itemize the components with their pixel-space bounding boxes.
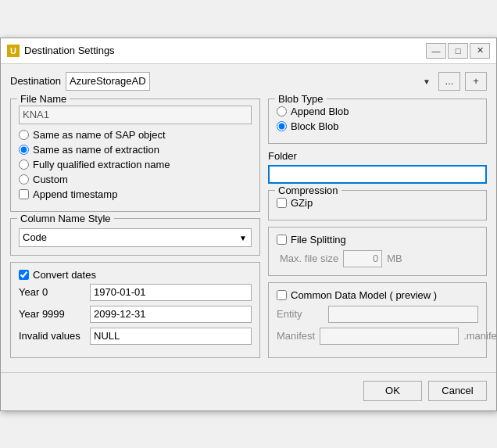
append-timestamp-row: Append timestamp <box>19 188 252 200</box>
manifest-suffix: .manifest.cdm.json <box>463 330 497 342</box>
destination-select-wrapper: AzureStorageAD ▼ <box>66 72 434 91</box>
destination-select[interactable]: AzureStorageAD <box>66 72 150 91</box>
convert-dates-group: Convert dates Year 0 Year 9999 Invalid v… <box>10 262 260 358</box>
window-controls: ― □ ✕ <box>426 43 490 59</box>
folder-input[interactable] <box>268 165 487 184</box>
mb-unit-label: MB <box>387 253 402 264</box>
year9999-input[interactable] <box>90 306 252 323</box>
left-column: File Name Same as name of SAP object Sam… <box>10 99 260 358</box>
close-button[interactable]: ✕ <box>470 43 490 59</box>
radio-custom-input[interactable] <box>19 174 29 185</box>
block-blob-label[interactable]: Block Blob <box>291 120 338 132</box>
cdm-inner: Entity Manifest .manifest.cdm.json <box>277 306 478 345</box>
column-name-style-group: Column Name Style Code Name Both ▼ <box>10 218 260 256</box>
convert-dates-check-row: Convert dates <box>19 269 252 281</box>
maximize-button[interactable]: □ <box>448 43 468 59</box>
cancel-button[interactable]: Cancel <box>428 381 487 401</box>
file-splitting-group: File Splitting Max. file size MB <box>268 227 487 276</box>
max-file-size-label: Max. file size <box>280 253 338 264</box>
compression-title: Compression <box>275 185 341 196</box>
year0-input[interactable] <box>90 284 252 301</box>
radio-extraction-label[interactable]: Same as name of extraction <box>33 144 159 156</box>
append-timestamp-label[interactable]: Append timestamp <box>33 188 117 200</box>
convert-dates-checkbox[interactable] <box>19 270 29 280</box>
two-columns: File Name Same as name of SAP object Sam… <box>10 99 487 358</box>
radio-qualified-input[interactable] <box>19 159 29 170</box>
convert-dates-label[interactable]: Convert dates <box>33 269 96 281</box>
radio-sap-object: Same as name of SAP object <box>19 129 252 141</box>
plus-button[interactable]: + <box>465 72 487 91</box>
file-name-group: File Name Same as name of SAP object Sam… <box>10 99 260 212</box>
cdm-checkbox[interactable] <box>277 290 287 300</box>
radio-extraction: Same as name of extraction <box>19 144 252 156</box>
radio-custom-label[interactable]: Custom <box>33 174 68 185</box>
year0-label: Year 0 <box>19 286 85 298</box>
ok-button[interactable]: OK <box>363 381 422 401</box>
column-name-style-title: Column Name Style <box>17 213 114 224</box>
destination-dropdown-arrow: ▼ <box>423 77 431 85</box>
radio-sap-object-input[interactable] <box>19 130 29 140</box>
manifest-row: Manifest .manifest.cdm.json <box>277 328 478 345</box>
gzip-label[interactable]: GZip <box>291 197 313 209</box>
radio-extraction-input[interactable] <box>19 145 29 155</box>
append-blob-radio[interactable] <box>277 106 287 116</box>
radio-qualified: Fully qualified extraction name <box>19 159 252 170</box>
invalid-input[interactable] <box>90 328 252 345</box>
radio-qualified-label[interactable]: Fully qualified extraction name <box>33 159 170 170</box>
append-blob-row: Append Blob <box>277 106 478 117</box>
invalid-label: Invalid values <box>19 330 85 342</box>
year0-row: Year 0 <box>19 284 252 301</box>
invalid-values-row: Invalid values <box>19 328 252 345</box>
file-splitting-label[interactable]: File Splitting <box>291 234 346 246</box>
footer: OK Cancel <box>1 372 496 410</box>
file-splitting-check-title: File Splitting <box>277 234 478 246</box>
entity-row: Entity <box>277 306 478 323</box>
manifest-label: Manifest <box>277 330 315 342</box>
blob-type-title: Blob Type <box>275 93 327 105</box>
append-timestamp-checkbox[interactable] <box>19 189 29 199</box>
main-content: Destination AzureStorageAD ▼ ... + File … <box>1 64 496 367</box>
gzip-row: GZip <box>277 197 478 209</box>
destination-settings-window: U Destination Settings ― □ ✕ Destination… <box>0 38 497 411</box>
title-bar: U Destination Settings ― □ ✕ <box>1 38 496 64</box>
gzip-checkbox[interactable] <box>277 198 287 208</box>
folder-label: Folder <box>268 150 487 162</box>
append-blob-label[interactable]: Append Blob <box>291 106 349 117</box>
entity-input[interactable] <box>328 306 478 323</box>
radio-sap-object-label[interactable]: Same as name of SAP object <box>33 129 166 141</box>
block-blob-radio[interactable] <box>277 121 287 131</box>
year9999-label: Year 9999 <box>19 308 85 320</box>
destination-row: Destination AzureStorageAD ▼ ... + <box>10 72 487 91</box>
common-data-model-group: Common Data Model ( preview ) Entity Man… <box>268 282 487 358</box>
radio-custom: Custom <box>19 174 252 185</box>
cdm-label[interactable]: Common Data Model ( preview ) <box>291 289 437 301</box>
block-blob-row: Block Blob <box>277 120 478 132</box>
right-column: Blob Type Append Blob Block Blob Folder <box>268 99 487 358</box>
compression-group: Compression GZip <box>268 190 487 220</box>
manifest-input[interactable] <box>320 328 459 345</box>
app-icon: U <box>7 45 20 57</box>
blob-type-group: Blob Type Append Blob Block Blob <box>268 99 487 144</box>
minimize-button[interactable]: ― <box>426 43 446 59</box>
max-file-row: Max. file size MB <box>277 250 478 267</box>
file-name-input[interactable] <box>19 106 252 124</box>
destination-label: Destination <box>10 75 61 87</box>
file-splitting-checkbox[interactable] <box>277 235 287 245</box>
folder-section: Folder <box>268 150 487 184</box>
dots-button[interactable]: ... <box>438 72 460 91</box>
column-name-style-select[interactable]: Code Name Both <box>19 228 252 247</box>
cdm-check-title: Common Data Model ( preview ) <box>277 289 478 301</box>
entity-label: Entity <box>277 308 324 320</box>
year9999-row: Year 9999 <box>19 306 252 323</box>
window-title: Destination Settings <box>24 45 426 56</box>
file-name-title: File Name <box>17 93 70 105</box>
max-file-size-input[interactable] <box>343 250 382 267</box>
